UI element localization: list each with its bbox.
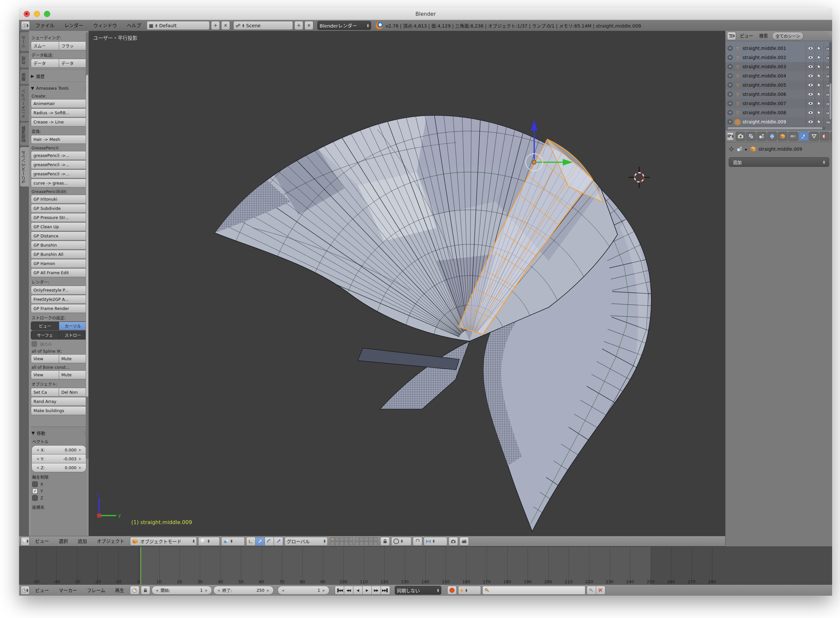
tool-shelf-tab-4[interactable]: アニメーション bbox=[20, 86, 29, 121]
opengl-render-animation-button[interactable] bbox=[459, 537, 469, 546]
render-engine-selector[interactable]: Blenderレンダー ▲▼ bbox=[317, 21, 371, 30]
expand-icon[interactable]: + bbox=[727, 64, 733, 69]
object-menu[interactable]: オブジェクト bbox=[93, 537, 129, 545]
shelf-button[interactable]: Radius -> SoftB... bbox=[31, 108, 87, 117]
shelf-button[interactable]: greasePencil ->... bbox=[31, 160, 87, 169]
shelf-button[interactable]: GP Pressure Str... bbox=[31, 213, 87, 222]
editor-type-info-dropdown[interactable]: ⓘ▲▼ bbox=[21, 21, 30, 30]
visibility-toggle[interactable] bbox=[806, 108, 815, 117]
outliner-row[interactable]: +▽straight.middle.003 bbox=[726, 62, 832, 71]
expand-icon[interactable]: + bbox=[727, 101, 733, 106]
selectability-toggle[interactable] bbox=[815, 80, 824, 90]
visibility-toggle[interactable] bbox=[806, 53, 815, 62]
transform-orientation-selector[interactable]: グローバル ▲▼ bbox=[284, 537, 328, 546]
pivot-point-selector[interactable]: ▲▼ bbox=[221, 537, 245, 546]
shelf-button[interactable]: greasePencil ->... bbox=[31, 151, 87, 160]
delete-screen-layout-button[interactable]: ✕ bbox=[221, 21, 230, 30]
visibility-toggle[interactable] bbox=[806, 80, 815, 90]
outliner-horizontal-scrollbar[interactable] bbox=[727, 127, 825, 130]
layer-cell[interactable] bbox=[360, 541, 364, 545]
shelf-button[interactable]: OnlyFreestyle P... bbox=[31, 286, 87, 294]
shelf-button[interactable]: Set Ca bbox=[31, 388, 59, 397]
outliner-row[interactable]: +▽straight.middle.004 bbox=[726, 71, 832, 80]
expand-icon[interactable]: + bbox=[727, 119, 733, 125]
layer-cell[interactable] bbox=[369, 537, 373, 541]
visibility-toggle[interactable] bbox=[806, 62, 815, 71]
tool-shelf-tab-3[interactable]: 関係 bbox=[20, 69, 29, 84]
layer-cell[interactable] bbox=[369, 541, 373, 545]
layer-cell[interactable] bbox=[330, 541, 335, 545]
shelf-button[interactable]: GP Frame Render bbox=[31, 304, 87, 313]
timeline-view-menu[interactable]: ビュー bbox=[31, 586, 53, 595]
outliner-row[interactable]: +▽straight.middle.008 bbox=[726, 108, 832, 117]
constraint-axis-checkbox[interactable]: ✓Y bbox=[32, 488, 86, 494]
expand-icon[interactable]: + bbox=[727, 46, 733, 51]
sync-mode-selector[interactable]: 同期しない ▲▼ bbox=[395, 586, 441, 595]
shelf-button[interactable]: AnimeHair bbox=[31, 99, 87, 108]
outliner-search-menu[interactable]: 検索 bbox=[757, 31, 770, 40]
zoom-window-button[interactable] bbox=[44, 11, 50, 17]
visibility-toggle[interactable] bbox=[806, 71, 815, 80]
shelf-button[interactable]: GP All Frame Edit bbox=[31, 268, 87, 277]
jump-to-end-button[interactable]: ▶▶▌ bbox=[381, 586, 390, 595]
properties-tab-constraints[interactable] bbox=[788, 132, 798, 141]
outliner-row[interactable]: +▽straight.middle.002 bbox=[726, 53, 832, 62]
vector-number-field[interactable]: ◀Z:0.000▶ bbox=[31, 463, 86, 472]
current-frame-field[interactable]: ◀ 1 ▶ bbox=[278, 586, 329, 595]
view-menu[interactable]: ビュー bbox=[31, 537, 53, 545]
layer-cell[interactable] bbox=[364, 537, 369, 541]
jump-to-start-button[interactable]: ▐◀◀ bbox=[335, 586, 344, 595]
layer-cell[interactable] bbox=[355, 537, 359, 541]
manipulator-active-button[interactable] bbox=[256, 537, 265, 546]
shelf-button[interactable]: View bbox=[31, 354, 59, 363]
screen-layout-selector[interactable]: ▦▲▼ Default bbox=[147, 21, 210, 30]
properties-tab-render[interactable] bbox=[736, 132, 745, 141]
shelf-button[interactable]: Rand Array bbox=[31, 397, 87, 406]
tool-shelf-tab-2[interactable]: 作成 bbox=[20, 53, 29, 68]
layer-cell[interactable] bbox=[349, 541, 353, 545]
decrement-arrow-icon[interactable]: ◀ bbox=[36, 457, 39, 461]
menu-render[interactable]: レンダー bbox=[60, 21, 87, 30]
outliner-display-filter[interactable]: 全てのシーン bbox=[772, 32, 804, 40]
operator-panel-header[interactable]: ▼移動⣿ bbox=[31, 429, 86, 437]
outliner-row-partial[interactable] bbox=[726, 41, 832, 44]
snap-element-selector[interactable]: ▲▼ bbox=[424, 537, 447, 546]
shelf-button[interactable]: greasePencil ->... bbox=[31, 169, 87, 178]
selectability-toggle[interactable] bbox=[815, 44, 824, 53]
outliner-row[interactable]: +▽straight.middle.001 bbox=[726, 44, 832, 53]
shelf-toggle[interactable]: ビュー bbox=[31, 321, 59, 330]
shelf-toggle[interactable]: カーソル bbox=[59, 321, 87, 330]
expand-icon[interactable]: + bbox=[727, 92, 733, 97]
visibility-toggle[interactable] bbox=[806, 117, 815, 126]
editor-type-properties-dropdown[interactable]: ▲▼ bbox=[727, 132, 734, 141]
delete-scene-button[interactable]: ✕ bbox=[305, 21, 313, 30]
outliner-vertical-scrollbar[interactable] bbox=[829, 42, 832, 120]
outliner-row[interactable]: +▽straight.middle.009 bbox=[726, 117, 832, 126]
selectability-toggle[interactable] bbox=[815, 99, 824, 108]
layer-cell[interactable] bbox=[364, 541, 369, 545]
viewport-canvas[interactable]: ユーザー・平行投影 z y (1) straight.middle.009 bbox=[89, 31, 725, 536]
decrement-arrow-icon[interactable]: ◀ bbox=[36, 466, 39, 469]
timeline-playback-menu[interactable]: 再生 bbox=[111, 586, 129, 595]
tool-shelf-scrollbar[interactable] bbox=[86, 32, 89, 459]
next-keyframe-button[interactable]: ▶▶ bbox=[372, 586, 381, 595]
outliner-row[interactable]: +▽straight.middle.006 bbox=[726, 90, 832, 99]
frame-start-field[interactable]: ◀ 開始: 1 ▶ bbox=[152, 586, 212, 595]
layer-cell[interactable] bbox=[335, 537, 339, 541]
layer-cell[interactable] bbox=[339, 537, 344, 541]
layer-cell[interactable] bbox=[360, 537, 364, 541]
shelf-button[interactable]: Mute bbox=[59, 354, 87, 363]
expand-icon[interactable]: + bbox=[727, 82, 733, 88]
expand-icon[interactable]: + bbox=[727, 110, 733, 115]
layer-cell[interactable] bbox=[330, 537, 335, 541]
add-scene-button[interactable]: ✛ bbox=[294, 21, 303, 30]
shelf-button[interactable]: Hair -> Mesh bbox=[31, 135, 87, 144]
layer-selector[interactable] bbox=[330, 537, 378, 545]
current-frame-indicator[interactable] bbox=[141, 547, 141, 585]
lock-to-scene-button[interactable] bbox=[380, 537, 390, 546]
editor-type-outliner-dropdown[interactable]: ▲▼ bbox=[727, 32, 736, 40]
increment-arrow-icon[interactable]: ▶ bbox=[79, 466, 81, 469]
panel-header[interactable]: ▼Amasawa Tools⣿ bbox=[31, 84, 87, 92]
frame-end-field[interactable]: ◀ 終了: 250 ▶ bbox=[213, 586, 274, 595]
shelf-button[interactable]: GP Subdivide bbox=[31, 204, 87, 213]
